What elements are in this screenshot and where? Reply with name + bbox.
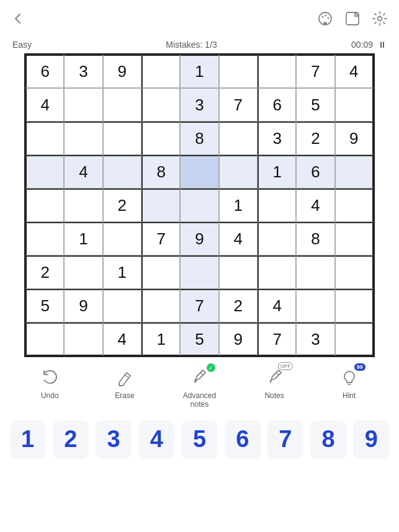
- cell-r6c8[interactable]: [335, 255, 374, 289]
- cell-r6c6[interactable]: [258, 255, 296, 289]
- cell-r5c2[interactable]: [103, 222, 141, 255]
- cell-r0c8[interactable]: 4: [335, 55, 374, 88]
- cell-r3c5[interactable]: [219, 155, 258, 188]
- cell-r3c0[interactable]: [25, 155, 64, 188]
- cell-r1c0[interactable]: 4: [25, 88, 64, 122]
- cell-r6c7[interactable]: [296, 255, 334, 289]
- back-button[interactable]: [11, 12, 25, 25]
- cell-r2c0[interactable]: [25, 122, 64, 155]
- num-btn-5[interactable]: 5: [181, 420, 217, 459]
- cell-r8c5[interactable]: 9: [219, 322, 258, 356]
- cell-r4c7[interactable]: 4: [296, 188, 334, 222]
- cell-r4c4[interactable]: [180, 188, 218, 222]
- cell-r8c3[interactable]: 1: [141, 322, 180, 356]
- cell-r7c6[interactable]: 4: [258, 289, 296, 322]
- cell-r1c8[interactable]: [335, 88, 374, 122]
- cell-r3c6[interactable]: 1: [258, 155, 296, 188]
- cell-r1c3[interactable]: [141, 88, 180, 122]
- cell-r6c2[interactable]: 1: [103, 255, 141, 289]
- cell-r8c4[interactable]: 5: [180, 322, 218, 356]
- num-btn-7[interactable]: 7: [267, 420, 303, 459]
- cell-r6c1[interactable]: [64, 255, 102, 289]
- cell-r3c3[interactable]: 8: [141, 155, 180, 188]
- cell-r2c8[interactable]: 9: [335, 122, 374, 155]
- cell-r6c3[interactable]: [141, 255, 180, 289]
- cell-r5c0[interactable]: [25, 222, 64, 255]
- pause-icon[interactable]: ⏸: [378, 40, 387, 50]
- cell-r5c4[interactable]: 9: [180, 222, 218, 255]
- palette-button[interactable]: [317, 11, 333, 27]
- cell-r1c1[interactable]: [64, 88, 102, 122]
- cell-r8c7[interactable]: 3: [296, 322, 334, 356]
- cell-r1c7[interactable]: 5: [296, 88, 334, 122]
- advanced-notes-tool[interactable]: ✓ Advanced notes: [177, 366, 221, 409]
- num-btn-3[interactable]: 3: [96, 420, 132, 459]
- cell-r2c2[interactable]: [103, 122, 141, 155]
- cell-r0c6[interactable]: [258, 55, 296, 88]
- cell-r0c1[interactable]: 3: [64, 55, 102, 88]
- cell-r2c7[interactable]: 2: [296, 122, 334, 155]
- cell-r7c7[interactable]: [296, 289, 334, 322]
- cell-r2c1[interactable]: [64, 122, 102, 155]
- cell-r4c8[interactable]: [335, 188, 374, 222]
- cell-r7c8[interactable]: [335, 289, 374, 322]
- cell-r1c2[interactable]: [103, 88, 141, 122]
- cell-r5c6[interactable]: [258, 222, 296, 255]
- cell-r0c0[interactable]: 6: [25, 55, 64, 88]
- cell-r0c4[interactable]: 1: [180, 55, 218, 88]
- cell-r2c4[interactable]: 8: [180, 122, 218, 155]
- cell-r4c1[interactable]: [64, 188, 102, 222]
- cell-r0c2[interactable]: 9: [103, 55, 141, 88]
- undo-tool[interactable]: Undo: [28, 366, 71, 400]
- cell-r2c6[interactable]: 3: [258, 122, 296, 155]
- export-button[interactable]: [344, 11, 361, 27]
- num-btn-9[interactable]: 9: [353, 420, 389, 459]
- cell-r6c0[interactable]: 2: [25, 255, 64, 289]
- num-btn-6[interactable]: 6: [225, 420, 261, 459]
- settings-button[interactable]: [372, 11, 388, 27]
- cell-r3c2[interactable]: [103, 155, 141, 188]
- erase-tool[interactable]: Erase: [103, 366, 146, 400]
- cell-r3c1[interactable]: 4: [64, 155, 102, 188]
- cell-r7c1[interactable]: 9: [64, 289, 102, 322]
- cell-r4c5[interactable]: 1: [219, 188, 258, 222]
- cell-r4c6[interactable]: [258, 188, 296, 222]
- cell-r1c6[interactable]: 6: [258, 88, 296, 122]
- num-btn-1[interactable]: 1: [10, 420, 46, 459]
- cell-r2c5[interactable]: [219, 122, 258, 155]
- cell-r5c5[interactable]: 4: [219, 222, 258, 255]
- cell-r7c5[interactable]: 2: [219, 289, 258, 322]
- cell-r5c1[interactable]: 1: [64, 222, 102, 255]
- cell-r0c5[interactable]: [219, 55, 258, 88]
- cell-r0c3[interactable]: [141, 55, 180, 88]
- cell-r8c0[interactable]: [25, 322, 64, 356]
- num-btn-4[interactable]: 4: [138, 420, 174, 459]
- cell-r8c6[interactable]: 7: [258, 322, 296, 356]
- cell-r1c5[interactable]: 7: [219, 88, 258, 122]
- cell-r7c0[interactable]: 5: [25, 289, 64, 322]
- cell-r8c8[interactable]: [335, 322, 374, 356]
- cell-r6c5[interactable]: [219, 255, 258, 289]
- cell-r5c7[interactable]: 8: [296, 222, 334, 255]
- cell-r3c7[interactable]: 6: [296, 155, 334, 188]
- cell-r1c4[interactable]: 3: [180, 88, 218, 122]
- cell-r4c2[interactable]: 2: [103, 188, 141, 222]
- cell-r3c8[interactable]: [335, 155, 374, 188]
- cell-r2c3[interactable]: [141, 122, 180, 155]
- cell-r6c4[interactable]: [180, 255, 218, 289]
- cell-r0c7[interactable]: 7: [296, 55, 334, 88]
- cell-r5c3[interactable]: 7: [141, 222, 180, 255]
- cell-r3c4[interactable]: [180, 155, 218, 188]
- cell-r4c0[interactable]: [25, 188, 64, 222]
- cell-r4c3[interactable]: [141, 188, 180, 222]
- notes-tool[interactable]: OFF Notes: [253, 366, 296, 400]
- cell-r8c2[interactable]: 4: [103, 322, 141, 356]
- cell-r7c3[interactable]: [141, 289, 180, 322]
- cell-r5c8[interactable]: [335, 222, 374, 255]
- cell-r7c4[interactable]: 7: [180, 289, 218, 322]
- num-btn-2[interactable]: 2: [53, 420, 89, 459]
- num-btn-8[interactable]: 8: [310, 420, 346, 459]
- cell-r7c2[interactable]: [103, 289, 141, 322]
- hint-tool[interactable]: 99 Hint: [328, 366, 371, 400]
- cell-r8c1[interactable]: [64, 322, 102, 356]
